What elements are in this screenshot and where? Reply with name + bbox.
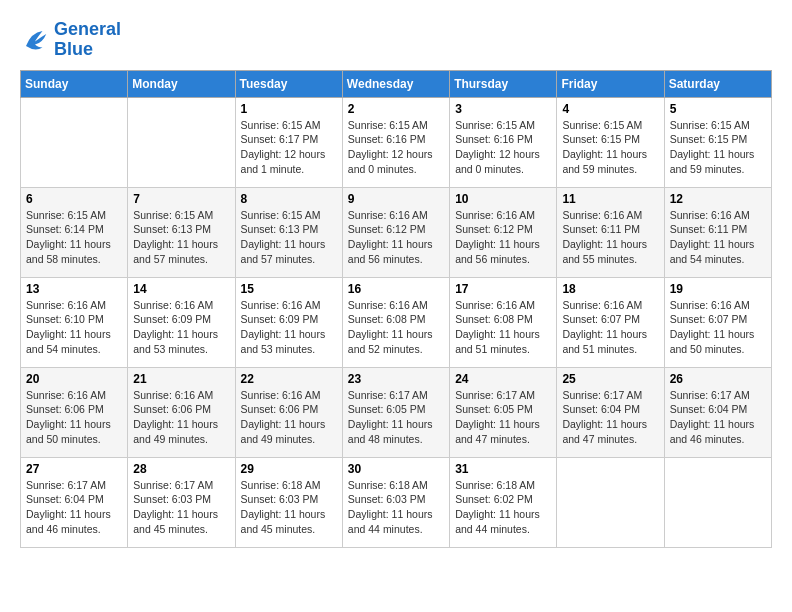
calendar-cell: 23Sunrise: 6:17 AMSunset: 6:05 PMDayligh… — [342, 367, 449, 457]
calendar-cell: 22Sunrise: 6:16 AMSunset: 6:06 PMDayligh… — [235, 367, 342, 457]
weekday-header-sunday: Sunday — [21, 70, 128, 97]
day-number: 25 — [562, 372, 658, 386]
page-header: General Blue — [20, 20, 772, 60]
day-info: Sunrise: 6:17 AMSunset: 6:03 PMDaylight:… — [133, 478, 229, 537]
calendar-cell: 14Sunrise: 6:16 AMSunset: 6:09 PMDayligh… — [128, 277, 235, 367]
day-number: 27 — [26, 462, 122, 476]
weekday-header-tuesday: Tuesday — [235, 70, 342, 97]
day-info: Sunrise: 6:17 AMSunset: 6:05 PMDaylight:… — [348, 388, 444, 447]
day-number: 31 — [455, 462, 551, 476]
weekday-header-friday: Friday — [557, 70, 664, 97]
calendar-cell — [557, 457, 664, 547]
calendar-cell: 29Sunrise: 6:18 AMSunset: 6:03 PMDayligh… — [235, 457, 342, 547]
day-number: 9 — [348, 192, 444, 206]
calendar-cell: 1Sunrise: 6:15 AMSunset: 6:17 PMDaylight… — [235, 97, 342, 187]
calendar-cell — [664, 457, 771, 547]
week-row-5: 27Sunrise: 6:17 AMSunset: 6:04 PMDayligh… — [21, 457, 772, 547]
calendar-cell: 2Sunrise: 6:15 AMSunset: 6:16 PMDaylight… — [342, 97, 449, 187]
day-number: 3 — [455, 102, 551, 116]
day-info: Sunrise: 6:15 AMSunset: 6:14 PMDaylight:… — [26, 208, 122, 267]
day-info: Sunrise: 6:16 AMSunset: 6:07 PMDaylight:… — [670, 298, 766, 357]
day-number: 23 — [348, 372, 444, 386]
day-info: Sunrise: 6:15 AMSunset: 6:17 PMDaylight:… — [241, 118, 337, 177]
day-info: Sunrise: 6:18 AMSunset: 6:03 PMDaylight:… — [348, 478, 444, 537]
day-info: Sunrise: 6:18 AMSunset: 6:02 PMDaylight:… — [455, 478, 551, 537]
calendar-cell: 26Sunrise: 6:17 AMSunset: 6:04 PMDayligh… — [664, 367, 771, 457]
day-info: Sunrise: 6:16 AMSunset: 6:06 PMDaylight:… — [241, 388, 337, 447]
day-number: 7 — [133, 192, 229, 206]
calendar-cell: 21Sunrise: 6:16 AMSunset: 6:06 PMDayligh… — [128, 367, 235, 457]
week-row-2: 6Sunrise: 6:15 AMSunset: 6:14 PMDaylight… — [21, 187, 772, 277]
calendar-cell: 12Sunrise: 6:16 AMSunset: 6:11 PMDayligh… — [664, 187, 771, 277]
day-number: 21 — [133, 372, 229, 386]
calendar-cell: 4Sunrise: 6:15 AMSunset: 6:15 PMDaylight… — [557, 97, 664, 187]
day-number: 18 — [562, 282, 658, 296]
calendar-cell: 27Sunrise: 6:17 AMSunset: 6:04 PMDayligh… — [21, 457, 128, 547]
day-info: Sunrise: 6:17 AMSunset: 6:04 PMDaylight:… — [670, 388, 766, 447]
day-info: Sunrise: 6:16 AMSunset: 6:08 PMDaylight:… — [455, 298, 551, 357]
day-number: 10 — [455, 192, 551, 206]
day-info: Sunrise: 6:17 AMSunset: 6:05 PMDaylight:… — [455, 388, 551, 447]
day-info: Sunrise: 6:16 AMSunset: 6:12 PMDaylight:… — [455, 208, 551, 267]
logo-text: General Blue — [54, 20, 121, 60]
weekday-header-thursday: Thursday — [450, 70, 557, 97]
week-row-1: 1Sunrise: 6:15 AMSunset: 6:17 PMDaylight… — [21, 97, 772, 187]
day-info: Sunrise: 6:18 AMSunset: 6:03 PMDaylight:… — [241, 478, 337, 537]
day-info: Sunrise: 6:15 AMSunset: 6:13 PMDaylight:… — [133, 208, 229, 267]
day-info: Sunrise: 6:15 AMSunset: 6:13 PMDaylight:… — [241, 208, 337, 267]
calendar-cell: 15Sunrise: 6:16 AMSunset: 6:09 PMDayligh… — [235, 277, 342, 367]
day-info: Sunrise: 6:16 AMSunset: 6:06 PMDaylight:… — [26, 388, 122, 447]
day-number: 16 — [348, 282, 444, 296]
day-number: 17 — [455, 282, 551, 296]
day-number: 1 — [241, 102, 337, 116]
day-number: 13 — [26, 282, 122, 296]
day-number: 2 — [348, 102, 444, 116]
day-number: 28 — [133, 462, 229, 476]
weekday-header-wednesday: Wednesday — [342, 70, 449, 97]
day-number: 12 — [670, 192, 766, 206]
calendar-cell: 9Sunrise: 6:16 AMSunset: 6:12 PMDaylight… — [342, 187, 449, 277]
day-number: 19 — [670, 282, 766, 296]
day-info: Sunrise: 6:17 AMSunset: 6:04 PMDaylight:… — [26, 478, 122, 537]
week-row-4: 20Sunrise: 6:16 AMSunset: 6:06 PMDayligh… — [21, 367, 772, 457]
calendar-table: SundayMondayTuesdayWednesdayThursdayFrid… — [20, 70, 772, 548]
day-info: Sunrise: 6:16 AMSunset: 6:09 PMDaylight:… — [133, 298, 229, 357]
day-number: 20 — [26, 372, 122, 386]
calendar-cell: 3Sunrise: 6:15 AMSunset: 6:16 PMDaylight… — [450, 97, 557, 187]
day-number: 29 — [241, 462, 337, 476]
logo: General Blue — [20, 20, 121, 60]
day-number: 6 — [26, 192, 122, 206]
calendar-cell: 19Sunrise: 6:16 AMSunset: 6:07 PMDayligh… — [664, 277, 771, 367]
day-number: 8 — [241, 192, 337, 206]
calendar-cell: 6Sunrise: 6:15 AMSunset: 6:14 PMDaylight… — [21, 187, 128, 277]
day-info: Sunrise: 6:16 AMSunset: 6:12 PMDaylight:… — [348, 208, 444, 267]
calendar-cell: 30Sunrise: 6:18 AMSunset: 6:03 PMDayligh… — [342, 457, 449, 547]
calendar-cell: 17Sunrise: 6:16 AMSunset: 6:08 PMDayligh… — [450, 277, 557, 367]
day-info: Sunrise: 6:15 AMSunset: 6:15 PMDaylight:… — [562, 118, 658, 177]
calendar-cell: 7Sunrise: 6:15 AMSunset: 6:13 PMDaylight… — [128, 187, 235, 277]
day-info: Sunrise: 6:16 AMSunset: 6:08 PMDaylight:… — [348, 298, 444, 357]
logo-icon — [20, 25, 50, 55]
day-number: 26 — [670, 372, 766, 386]
day-info: Sunrise: 6:15 AMSunset: 6:15 PMDaylight:… — [670, 118, 766, 177]
calendar-cell: 31Sunrise: 6:18 AMSunset: 6:02 PMDayligh… — [450, 457, 557, 547]
calendar-cell — [128, 97, 235, 187]
calendar-cell: 20Sunrise: 6:16 AMSunset: 6:06 PMDayligh… — [21, 367, 128, 457]
day-info: Sunrise: 6:16 AMSunset: 6:10 PMDaylight:… — [26, 298, 122, 357]
day-info: Sunrise: 6:15 AMSunset: 6:16 PMDaylight:… — [348, 118, 444, 177]
calendar-cell: 24Sunrise: 6:17 AMSunset: 6:05 PMDayligh… — [450, 367, 557, 457]
day-info: Sunrise: 6:16 AMSunset: 6:06 PMDaylight:… — [133, 388, 229, 447]
calendar-cell: 11Sunrise: 6:16 AMSunset: 6:11 PMDayligh… — [557, 187, 664, 277]
week-row-3: 13Sunrise: 6:16 AMSunset: 6:10 PMDayligh… — [21, 277, 772, 367]
day-info: Sunrise: 6:16 AMSunset: 6:07 PMDaylight:… — [562, 298, 658, 357]
calendar-cell: 25Sunrise: 6:17 AMSunset: 6:04 PMDayligh… — [557, 367, 664, 457]
day-number: 14 — [133, 282, 229, 296]
calendar-cell: 16Sunrise: 6:16 AMSunset: 6:08 PMDayligh… — [342, 277, 449, 367]
weekday-header-monday: Monday — [128, 70, 235, 97]
day-number: 11 — [562, 192, 658, 206]
day-number: 15 — [241, 282, 337, 296]
calendar-cell: 10Sunrise: 6:16 AMSunset: 6:12 PMDayligh… — [450, 187, 557, 277]
calendar-cell — [21, 97, 128, 187]
weekday-header-row: SundayMondayTuesdayWednesdayThursdayFrid… — [21, 70, 772, 97]
calendar-cell: 18Sunrise: 6:16 AMSunset: 6:07 PMDayligh… — [557, 277, 664, 367]
